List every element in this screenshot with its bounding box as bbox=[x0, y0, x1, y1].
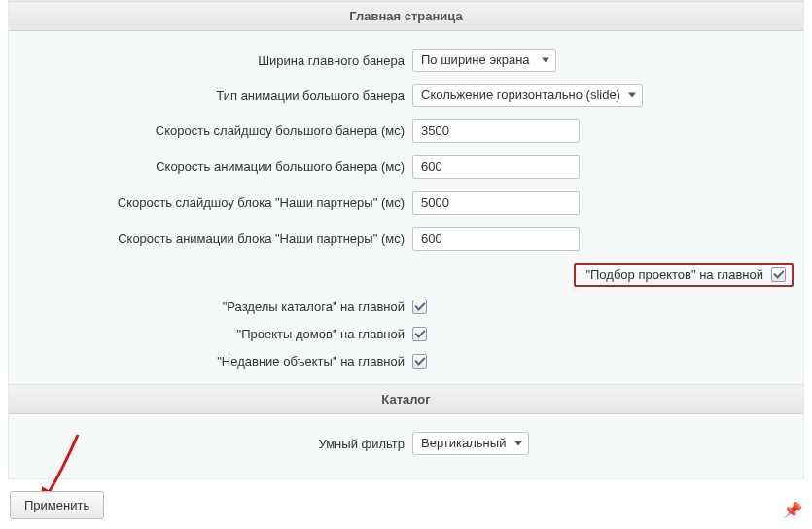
label-anim-speed: Скорость анимации большого банера (мс) bbox=[18, 159, 412, 174]
row-slideshow-speed: Скорость слайдшоу большого банера (мс) bbox=[18, 119, 794, 143]
section-header-main: Главная страница bbox=[9, 1, 803, 31]
label-smart-filter: Умный фильтр bbox=[18, 437, 412, 451]
select-banner-width[interactable]: По ширине экрана bbox=[412, 49, 556, 72]
row-house-projects: "Проекты домов" на главной bbox=[18, 326, 794, 341]
label-house-projects: "Проекты домов" на главной bbox=[18, 327, 412, 341]
settings-panel: Главная страница Ширина главного банера … bbox=[8, 0, 804, 479]
select-banner-width-value: По ширине экрана bbox=[421, 53, 530, 67]
section-header-catalog: Каталог bbox=[9, 384, 803, 414]
chevron-down-icon bbox=[514, 441, 522, 446]
pin-icon[interactable]: 📌 bbox=[783, 501, 802, 519]
label-projects-pick: "Подбор проектов" на главной bbox=[585, 267, 763, 282]
row-anim-speed: Скорость анимации большого банера (мс) bbox=[18, 155, 794, 179]
highlight-projects-pick: "Подбор проектов" на главной bbox=[574, 263, 794, 287]
label-slideshow-speed: Скорость слайдшоу большого банера (мс) bbox=[18, 123, 412, 138]
row-projects-pick: "Подбор проектов" на главной bbox=[18, 263, 794, 287]
checkbox-projects-pick[interactable] bbox=[771, 267, 786, 282]
checkbox-catalog-sections[interactable] bbox=[412, 300, 427, 314]
main-form-area: Ширина главного банера По ширине экрана … bbox=[9, 31, 803, 384]
input-partners-anim[interactable] bbox=[412, 227, 580, 251]
row-recent-objects: "Недавние объекты" на главной bbox=[18, 353, 794, 369]
input-slideshow-speed[interactable] bbox=[412, 119, 580, 143]
row-partners-slideshow: Скорость слайдшоу блока "Наши партнеры" … bbox=[18, 191, 794, 215]
checkbox-recent-objects[interactable] bbox=[412, 354, 427, 369]
label-partners-anim: Скорость анимации блока "Наши партнеры" … bbox=[18, 231, 412, 246]
row-banner-width: Ширина главного банера По ширине экрана bbox=[18, 49, 794, 72]
catalog-form-area: Умный фильтр Вертикальный bbox=[9, 414, 803, 478]
row-partners-anim: Скорость анимации блока "Наши партнеры" … bbox=[18, 227, 794, 251]
checkbox-house-projects[interactable] bbox=[412, 327, 427, 341]
select-anim-type-value: Скольжение горизонтально (slide) bbox=[421, 88, 620, 102]
select-smart-filter[interactable]: Вертикальный bbox=[412, 432, 529, 455]
select-anim-type[interactable]: Скольжение горизонтально (slide) bbox=[412, 84, 643, 107]
label-anim-type: Тип анимации большого банера bbox=[18, 88, 412, 103]
chevron-down-icon bbox=[628, 93, 636, 98]
label-partners-slideshow: Скорость слайдшоу блока "Наши партнеры" … bbox=[18, 195, 412, 210]
row-smart-filter: Умный фильтр Вертикальный bbox=[18, 432, 794, 455]
row-catalog-sections: "Разделы каталога" на главной bbox=[18, 299, 794, 314]
label-recent-objects: "Недавние объекты" на главной bbox=[18, 354, 412, 369]
row-anim-type: Тип анимации большого банера Скольжение … bbox=[18, 84, 794, 107]
input-partners-slideshow[interactable] bbox=[412, 191, 580, 215]
input-anim-speed[interactable] bbox=[412, 155, 580, 179]
apply-button[interactable]: Применить bbox=[10, 491, 104, 519]
label-catalog-sections: "Разделы каталога" на главной bbox=[18, 300, 412, 314]
label-banner-width: Ширина главного банера bbox=[18, 53, 412, 68]
chevron-down-icon bbox=[542, 58, 549, 63]
select-smart-filter-value: Вертикальный bbox=[421, 436, 506, 450]
